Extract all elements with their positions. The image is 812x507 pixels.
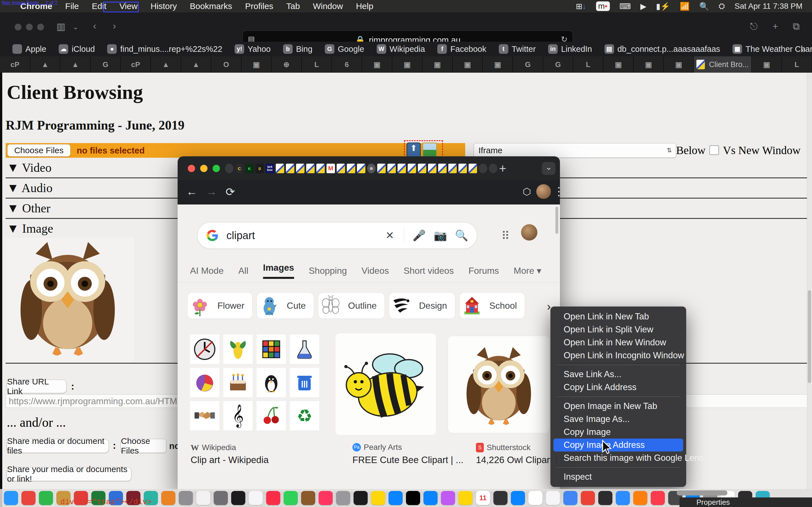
dock-icon[interactable]	[511, 491, 525, 505]
result-title[interactable]: 14,226 Owl Clipart Royalt	[476, 455, 558, 465]
browser-tab[interactable]: G	[513, 56, 543, 73]
close-window-button[interactable]	[15, 24, 21, 31]
dock-icon[interactable]	[389, 491, 403, 505]
browser-tab[interactable]: L	[782, 56, 812, 73]
browser-tab[interactable]: ▣	[362, 56, 392, 73]
pinned-tab-favicon[interactable]	[357, 164, 365, 173]
dock-icon[interactable]	[336, 491, 350, 505]
google-search-bar[interactable]: clipart ✕ 🎤 📷 🔍	[197, 222, 477, 249]
forward-icon[interactable]: →	[206, 185, 217, 198]
dock-icon[interactable]	[441, 491, 455, 505]
keyboard-icon[interactable]: ⌨	[619, 2, 631, 11]
section-other[interactable]: ▼ Other	[7, 201, 50, 216]
dock-icon[interactable]	[196, 491, 210, 505]
pinned-tab-favicon[interactable]: brit box	[266, 164, 274, 173]
share-url-link-button[interactable]: Share URL Link	[7, 380, 66, 393]
browser-tab[interactable]: G	[91, 56, 121, 73]
spotlight-search-icon[interactable]: 🔍	[699, 2, 709, 11]
dock-icon[interactable]	[598, 491, 612, 505]
bookmark-item[interactable]: ▦ The Weather Channel	[732, 44, 812, 54]
search-tab[interactable]: Shopping	[309, 266, 347, 276]
chevron-down-icon[interactable]: ⌄	[73, 23, 79, 31]
pinned-tab-favicon[interactable]	[377, 164, 386, 173]
dock-icon[interactable]	[4, 491, 18, 505]
dock-icon[interactable]	[354, 491, 368, 505]
context-menu-item[interactable]: Copy Image Address	[553, 439, 683, 452]
content-scrollbar-thumb[interactable]	[555, 207, 558, 234]
pinned-tab-favicon[interactable]	[448, 164, 457, 173]
dock-icon[interactable]	[284, 491, 298, 505]
pinned-tab-favicon[interactable]	[458, 164, 467, 173]
profile-avatar[interactable]	[536, 184, 551, 199]
context-menu-item[interactable]: Open Link in Incognito Window	[553, 349, 683, 362]
pinned-tab-favicon[interactable]	[286, 164, 294, 173]
context-menu-item[interactable]: Copy Link Address	[553, 381, 683, 394]
pinned-tab-favicon[interactable]	[469, 164, 477, 173]
browser-tab[interactable]: cP	[121, 56, 151, 73]
page-scrollbar-track[interactable]	[807, 73, 812, 489]
vs-new-window-checkbox[interactable]	[709, 145, 719, 155]
dock-icon[interactable]	[161, 491, 175, 505]
bookmark-item[interactable]: y! Yahoo	[235, 44, 271, 54]
bookmark-item[interactable]: Apple	[12, 44, 46, 54]
minimize-window-button[interactable]	[26, 24, 33, 31]
extensions-puzzle-icon[interactable]: ⬡	[523, 186, 531, 197]
browser-tab[interactable]: ▣	[664, 56, 694, 73]
chrome-window-controls[interactable]	[188, 165, 225, 173]
result-image-bee[interactable]	[336, 334, 436, 435]
menu-tab[interactable]: Tab	[286, 1, 300, 11]
context-menu-item[interactable]: Save Link As...	[553, 368, 683, 381]
search-tab[interactable]: AI Mode	[190, 266, 223, 276]
browser-tab[interactable]: ▲	[181, 56, 211, 73]
dock-icon[interactable]	[546, 491, 560, 505]
chip-school[interactable]: School	[459, 292, 525, 319]
browser-tab[interactable]: O	[211, 56, 241, 73]
browser-tab[interactable]: ▣	[633, 56, 664, 73]
search-tab[interactable]: Videos	[361, 266, 389, 276]
search-tab[interactable]: Forums	[468, 266, 499, 276]
share-submit-button[interactable]: Share your media or documents or link!	[7, 467, 132, 481]
minimize-window-button[interactable]	[200, 165, 207, 172]
result-source[interactable]: W Wikipedia	[191, 443, 236, 452]
pinned-tab-favicon[interactable]	[438, 164, 447, 173]
browser-tab[interactable]: ▣	[752, 56, 782, 73]
pinned-tab-favicon[interactable]: 0	[255, 164, 264, 173]
dock-icon[interactable]: 11	[476, 491, 490, 505]
wifi-icon[interactable]: 📶	[680, 2, 690, 11]
pinned-tab-favicon[interactable]	[479, 164, 487, 173]
window-controls[interactable]	[15, 24, 49, 32]
zoom-window-button[interactable]	[213, 165, 220, 172]
result-title[interactable]: FREE Cute Bee Clipart | ...	[352, 455, 463, 465]
pinned-tab-favicon[interactable]: M	[326, 164, 335, 173]
browser-tab[interactable]: ▣	[392, 56, 422, 73]
dock-icon[interactable]	[458, 491, 472, 505]
chip-outline[interactable]: Outline	[318, 292, 385, 319]
active-browser-tab[interactable]: Client Bro...	[694, 56, 752, 73]
pinned-tab-favicon[interactable]: ⊕	[367, 164, 375, 173]
iframe-select[interactable]: Iframe ⇅	[474, 143, 676, 158]
reload-icon[interactable]: ⟳	[225, 185, 235, 198]
dock-icon[interactable]	[563, 491, 577, 505]
dock-icon[interactable]	[179, 491, 193, 505]
share-icon[interactable]: ⎋	[750, 21, 758, 32]
browser-tab[interactable]: ▲	[30, 56, 60, 73]
dock-icon[interactable]	[651, 491, 665, 505]
dock-icon[interactable]	[423, 491, 438, 505]
dock-icon[interactable]	[266, 491, 280, 505]
tab-overview-icon[interactable]: ⧉	[793, 21, 800, 32]
search-tab[interactable]: All	[238, 266, 248, 276]
bookmark-item[interactable]: G Google	[325, 44, 364, 54]
menu-history[interactable]: History	[151, 1, 177, 11]
menu-file[interactable]: File	[65, 1, 79, 11]
dock-icon[interactable]	[231, 491, 245, 505]
browser-tab[interactable]: 6	[332, 56, 362, 73]
google-profile-avatar[interactable]	[521, 224, 538, 240]
play-circle-icon[interactable]: ▶	[640, 2, 647, 11]
result-source[interactable]: S Shutterstock	[476, 443, 530, 452]
section-image[interactable]: ▼ Image	[7, 221, 53, 236]
pinned-tab-favicon[interactable]: K	[245, 164, 254, 173]
browser-tab[interactable]: ▣	[453, 56, 483, 73]
dock-icon[interactable]	[249, 491, 263, 505]
pinned-tab-favicon[interactable]	[398, 164, 406, 173]
forward-icon[interactable]: ›	[113, 20, 116, 31]
